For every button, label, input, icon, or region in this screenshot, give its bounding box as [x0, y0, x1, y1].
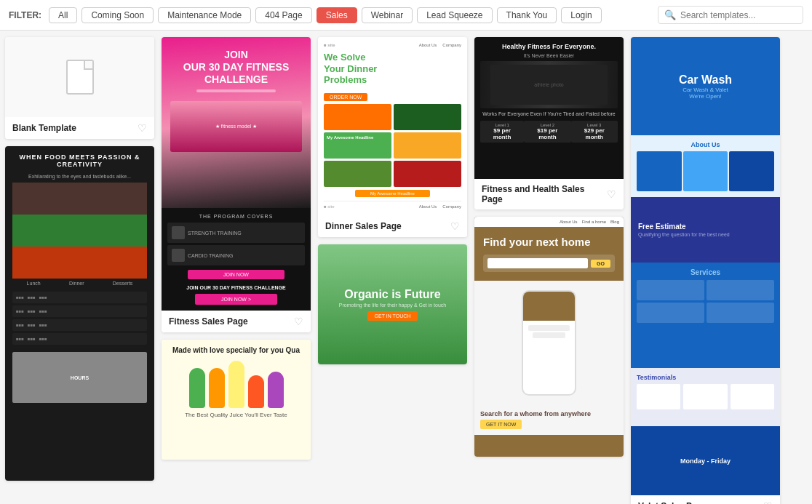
- dinner-cta-btn: ORDER NOW: [324, 93, 367, 101]
- search-icon: 🔍: [664, 9, 676, 20]
- dinner-cta2: My Awesome Headline: [355, 190, 431, 197]
- food-label-lunch: Lunch: [27, 281, 41, 286]
- dinner-headline-2: Your Dinner: [324, 63, 377, 74]
- estimate-section: Free Estimate Qualifying the question fo…: [631, 197, 780, 263]
- fitness-thumb-visual: JOINOUR 30 DAY FITNESSCHALLENGE ★ fitnes…: [162, 37, 311, 208]
- blank-card-title: Blank Template: [12, 123, 76, 133]
- phone-mockup: [522, 290, 576, 396]
- dinner-cell-4: [394, 132, 461, 159]
- dinner-hero: We Solve Your Dinner Problems: [324, 52, 461, 86]
- strength-icon: [172, 226, 185, 239]
- health-hero-img: athlete photo: [480, 61, 618, 108]
- food-table-row-3: ■■■ ■■■ ■■■: [16, 323, 143, 327]
- service-2: [706, 280, 774, 300]
- about-img-1: [637, 151, 682, 191]
- dinner-card-footer: Dinner Sales Page ♡: [318, 215, 467, 237]
- re-nav-2: Find a home: [582, 220, 606, 224]
- services-grid: [637, 280, 774, 323]
- about-img-2: [683, 151, 728, 191]
- food-sub: Exhilarating to the eyes and tastebuds a…: [12, 174, 147, 179]
- dinner-footer-logo: ■ site: [324, 204, 335, 209]
- dinner-footer-company: Company: [442, 204, 461, 209]
- re-nav-3: Blog: [610, 220, 619, 224]
- blank-heart-icon[interactable]: ♡: [138, 122, 147, 134]
- dinner-nav: ■ site About Us Company: [324, 43, 461, 47]
- health-card-footer: Fitness and Health Sales Page ♡: [474, 179, 624, 209]
- filter-btn-coming-soon[interactable]: Coming Soon: [81, 7, 154, 23]
- dinner-sales-card[interactable]: ■ site About Us Company We Solve Your Di…: [318, 37, 467, 237]
- estimate-sub: Qualifying the question for the best nee…: [638, 232, 773, 237]
- testimonial-1: [637, 384, 680, 409]
- re-search-box: GO: [483, 255, 615, 272]
- dinner-cell-6: [394, 161, 461, 187]
- dinner-headline-1: We Solve: [324, 52, 366, 63]
- fitness-bar: [196, 89, 276, 92]
- about-label: About Us: [637, 141, 774, 148]
- re-sub-cta: GET IT NOW: [480, 420, 522, 429]
- dinner-nav-about: About Us: [419, 43, 437, 47]
- service-1: [637, 280, 704, 300]
- fitness-cta: JOIN NOW: [188, 270, 284, 279]
- food-map: HOURS: [12, 352, 147, 403]
- love-juice-card[interactable]: Made with love specially for you Qua The…: [162, 340, 311, 460]
- grid-col-1: Blank Template ♡ WHEN FOOD MEETS PASSION…: [1, 33, 158, 504]
- re-go-btn: GO: [591, 260, 610, 268]
- service-4: [706, 303, 774, 323]
- filter-btn-webinar[interactable]: Webinar: [362, 7, 413, 23]
- dinner-logo: ■ site: [324, 43, 335, 47]
- realestate-sub-section: Search for a whome from anywhere GET IT …: [474, 404, 624, 435]
- filter-btn-maintenance[interactable]: Maintenance Mode: [158, 7, 251, 23]
- strength-text: STRENGTH TRAINING: [188, 231, 242, 236]
- organic-card[interactable]: Organic is Future Promoting the life for…: [318, 244, 467, 364]
- filter-btn-sales[interactable]: Sales: [317, 7, 357, 23]
- blank-template-card[interactable]: Blank Template ♡: [5, 37, 154, 139]
- love-title: Made with love specially for you Qua: [172, 345, 300, 355]
- filter-btn-login[interactable]: Login: [561, 7, 601, 23]
- filter-btn-thankyou[interactable]: Thank You: [497, 7, 557, 23]
- health-heart-icon[interactable]: ♡: [607, 188, 616, 200]
- health-section-text: Works For Everyone Even If You're Tired …: [480, 111, 618, 116]
- food-table: ■■■ ■■■ ■■■ ■■■ ■■■ ■■■ ■■■ ■■■ ■■■ ■■■ …: [12, 292, 147, 345]
- grid-col-5: Car Wash Car Wash & ValetWe're Open! Abo…: [627, 33, 784, 504]
- food-sales-card[interactable]: WHEN FOOD MEETS PASSION & CREATIVITY Exh…: [5, 146, 154, 481]
- price-val-2: $19 per month: [528, 127, 566, 140]
- love-thumb: Made with love specially for you Qua The…: [162, 340, 311, 460]
- testimonial-2: [683, 384, 727, 409]
- fitness-footer-label: JOIN OUR 30 DAY FITNESS CHALLENGE: [167, 285, 305, 290]
- services-title: Services: [637, 268, 774, 276]
- health-headline: Healthy Fitness For Everyone.: [480, 43, 618, 50]
- carwash-about: About Us: [631, 135, 780, 197]
- health-sales-card[interactable]: Healthy Fitness For Everyone. It's Never…: [474, 37, 624, 209]
- price-1: Level 1 $9 per month: [480, 121, 524, 143]
- carwash-sub: Car Wash & ValetWe're Open!: [682, 87, 728, 100]
- valet-heart-icon[interactable]: ♡: [763, 500, 773, 504]
- dinner-footer-nav: ■ site About Us Company: [324, 201, 461, 209]
- filter-btn-404[interactable]: 404 Page: [255, 7, 311, 23]
- testimonials-section: Testimonials: [631, 368, 780, 426]
- search-input[interactable]: [680, 10, 797, 20]
- dinner-cell-5: [324, 161, 391, 187]
- fitness-heart-icon[interactable]: ♡: [294, 316, 303, 327]
- search-bar: 🔍: [658, 6, 803, 24]
- dinner-footer-about: About Us: [419, 204, 437, 209]
- dinner-heart-icon[interactable]: ♡: [450, 220, 460, 232]
- services-section: Services: [631, 263, 780, 368]
- organic-thumb: Organic is Future Promoting the life for…: [318, 244, 467, 364]
- dinner-headline-cell: My Awesome Headline: [324, 132, 391, 159]
- filter-btn-lead[interactable]: Lead Squeeze: [417, 7, 492, 23]
- food-cell-3: [12, 183, 147, 215]
- about-imgs: [637, 151, 774, 191]
- carwash-card[interactable]: Car Wash Car Wash & ValetWe're Open! Abo…: [631, 37, 780, 504]
- food-sales-thumb: WHEN FOOD MEETS PASSION & CREATIVITY Exh…: [5, 146, 154, 481]
- valet-card-footer: Valet Sales Page ♡: [631, 495, 780, 504]
- fitness-sales-card[interactable]: JOINOUR 30 DAY FITNESSCHALLENGE ★ fitnes…: [162, 37, 311, 332]
- dinner-cell-2: [394, 104, 461, 130]
- realestate-nav: About Us Find a home Blog: [474, 217, 624, 227]
- valet-hours: Monday - Friday: [680, 457, 731, 465]
- realestate-card[interactable]: About Us Find a home Blog Find your next…: [474, 217, 624, 457]
- organic-sub: Promoting the life for their happy & Get…: [339, 303, 446, 308]
- grid-col-2: JOINOUR 30 DAY FITNESSCHALLENGE ★ fitnes…: [158, 33, 314, 504]
- cardio-section: CARDIO TRAINING: [167, 245, 305, 265]
- price-2: Level 2 $19 per month: [524, 121, 570, 143]
- filter-btn-all[interactable]: All: [49, 7, 77, 23]
